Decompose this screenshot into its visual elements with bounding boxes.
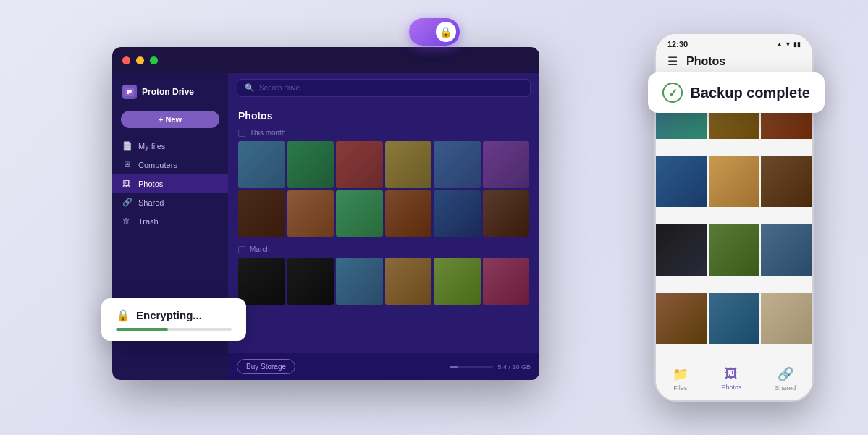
- signal-icon: ▲: [776, 41, 783, 48]
- photo-cell[interactable]: [238, 258, 285, 305]
- battery-icon: ▮▮: [793, 41, 801, 48]
- files-nav-label: Files: [673, 384, 687, 392]
- backup-check-icon: ✓: [662, 83, 683, 103]
- phone-status-icons: ▲ ▼ ▮▮: [776, 41, 801, 48]
- photo-cell[interactable]: [287, 258, 334, 305]
- photo-cell[interactable]: [238, 190, 285, 237]
- phone-photo-cell[interactable]: [656, 293, 707, 345]
- photo-cell[interactable]: [483, 258, 530, 305]
- phone-photo-cell[interactable]: [709, 224, 760, 276]
- storage-progress: [450, 366, 493, 368]
- main-content: 🔍 Search drive Photos This month: [228, 73, 539, 380]
- encrypting-header: 🔒 Encrypting...: [116, 308, 232, 322]
- photo-cell[interactable]: [336, 141, 383, 188]
- storage-info: 5.4 / 10 GB: [497, 363, 531, 371]
- encrypting-toast: 🔒 Encrypting...: [101, 298, 246, 341]
- sidebar-logo: Proton Drive: [112, 80, 228, 108]
- encrypt-progress-fill: [116, 328, 168, 331]
- lock-icon: 🔒: [436, 22, 456, 42]
- encrypt-progress-bar: [116, 328, 232, 331]
- sidebar-item-myfiles-label: My files: [138, 142, 165, 151]
- photo-cell[interactable]: [287, 141, 334, 188]
- month-label-thismonth: This month: [238, 129, 529, 137]
- lock-toggle[interactable]: 🔒: [409, 18, 460, 46]
- photo-cell[interactable]: [385, 141, 432, 188]
- phone-bottom-nav: 📁 Files 🖼 Photos 🔗 Shared: [656, 360, 812, 400]
- sidebar-item-shared[interactable]: 🔗 Shared: [112, 193, 228, 212]
- backup-text: Backup complete: [690, 85, 810, 101]
- phone-time: 12:30: [667, 40, 688, 48]
- files-nav-icon: 📁: [673, 366, 688, 382]
- maximize-dot[interactable]: [150, 56, 158, 64]
- title-bar: [112, 47, 539, 73]
- myfiles-icon: 📄: [122, 141, 132, 151]
- photos-nav-label: Photos: [721, 384, 741, 391]
- photos-icon: 🖼: [122, 179, 132, 189]
- proton-logo-icon: [122, 85, 137, 99]
- new-button[interactable]: + New: [121, 111, 219, 128]
- phone-nav-shared[interactable]: 🔗 Shared: [775, 366, 796, 392]
- minimize-dot[interactable]: [136, 56, 144, 64]
- phone-photo-cell[interactable]: [761, 224, 812, 276]
- backup-complete-toast: ✓ Backup complete: [648, 72, 825, 113]
- shared-nav-icon: 🔗: [778, 366, 793, 382]
- search-placeholder: Search drive: [259, 84, 300, 92]
- sidebar-item-trash-label: Trash: [138, 217, 159, 226]
- hamburger-icon[interactable]: ☰: [667, 54, 678, 68]
- photo-grid-thismonth: [238, 141, 529, 237]
- photo-cell[interactable]: [238, 141, 285, 188]
- photo-cell[interactable]: [336, 190, 383, 237]
- photos-section: Photos This month: [228, 103, 539, 353]
- encrypt-lock-icon: 🔒: [116, 308, 130, 322]
- buy-storage-button[interactable]: Buy Storage: [237, 359, 295, 374]
- photo-cell[interactable]: [434, 190, 481, 237]
- wifi-icon: ▼: [785, 41, 791, 48]
- phone-app-title: Photos: [686, 55, 725, 68]
- trash-icon: 🗑: [122, 216, 132, 227]
- phone-photo-cell[interactable]: [656, 156, 707, 208]
- sidebar-item-trash[interactable]: 🗑 Trash: [112, 212, 228, 231]
- shared-nav-label: Shared: [775, 384, 796, 392]
- phone-status-bar: 12:30 ▲ ▼ ▮▮: [656, 34, 812, 51]
- phone-photo-grid: [656, 88, 812, 360]
- sidebar-item-myfiles[interactable]: 📄 My files: [112, 137, 228, 156]
- phone-photo-cell[interactable]: [656, 224, 707, 276]
- computers-icon: 🖥: [122, 160, 132, 170]
- photo-cell[interactable]: [483, 190, 530, 237]
- sidebar-item-photos-label: Photos: [138, 180, 163, 188]
- photo-cell[interactable]: [287, 190, 334, 237]
- photo-cell[interactable]: [434, 258, 481, 305]
- close-dot[interactable]: [122, 56, 130, 64]
- sidebar-item-photos[interactable]: 🖼 Photos: [112, 174, 228, 193]
- sidebar-item-computers-label: Computers: [138, 161, 177, 169]
- photo-cell[interactable]: [385, 190, 432, 237]
- phone-photo-cell[interactable]: [709, 293, 760, 345]
- phone-header: ☰ Photos: [656, 51, 812, 74]
- app-title: Proton Drive: [142, 87, 194, 97]
- phone-nav-photos[interactable]: 🖼 Photos: [721, 366, 741, 392]
- storage-bar: Buy Storage 5.4 / 10 GB: [228, 353, 539, 380]
- phone-photo-cell[interactable]: [761, 293, 812, 345]
- photo-cell[interactable]: [385, 258, 432, 305]
- encrypting-text: Encrypting...: [136, 309, 202, 321]
- photos-nav-icon: 🖼: [725, 366, 738, 381]
- phone-photo-cell[interactable]: [709, 156, 760, 208]
- phone-photo-cell[interactable]: [761, 156, 812, 208]
- month-checkbox-march[interactable]: [238, 246, 245, 253]
- search-icon: 🔍: [245, 83, 255, 93]
- shared-icon: 🔗: [122, 198, 132, 208]
- photo-cell[interactable]: [434, 141, 481, 188]
- toolbar: 🔍 Search drive: [228, 73, 539, 103]
- search-box[interactable]: 🔍 Search drive: [237, 79, 531, 97]
- sidebar-item-shared-label: Shared: [138, 198, 164, 207]
- sidebar-item-computers[interactable]: 🖥 Computers: [112, 156, 228, 174]
- phone-nav-files[interactable]: 📁 Files: [673, 366, 688, 392]
- storage-progress-fill: [450, 366, 458, 368]
- photo-grid-march: [238, 258, 529, 305]
- photo-cell[interactable]: [483, 141, 530, 188]
- month-label-march: March: [238, 245, 529, 253]
- photo-cell[interactable]: [336, 258, 383, 305]
- month-checkbox[interactable]: [238, 130, 245, 137]
- photos-title: Photos: [238, 110, 529, 122]
